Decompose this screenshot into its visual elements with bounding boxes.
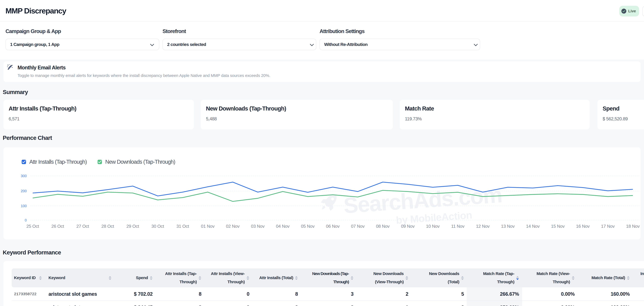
svg-text:11 Nov: 11 Nov [451, 224, 464, 229]
svg-text:25 Oct: 25 Oct [26, 224, 39, 229]
svg-text:07 Nov: 07 Nov [351, 224, 364, 229]
svg-text:12 Nov: 12 Nov [476, 224, 490, 229]
svg-text:200: 200 [21, 189, 27, 193]
svg-text:03 Nov: 03 Nov [251, 224, 264, 229]
svg-text:18 Nov: 18 Nov [626, 224, 640, 229]
svg-text:30 Oct: 30 Oct [152, 224, 164, 229]
svg-text:31 Oct: 31 Oct [176, 224, 189, 229]
svg-text:16 Nov: 16 Nov [576, 224, 590, 229]
svg-text:13 Nov: 13 Nov [501, 224, 515, 229]
svg-text:01 Nov: 01 Nov [201, 224, 214, 229]
svg-text:0: 0 [25, 218, 27, 222]
svg-text:300: 300 [21, 174, 27, 178]
svg-text:10 Nov: 10 Nov [426, 224, 440, 229]
svg-text:28 Oct: 28 Oct [102, 224, 114, 229]
svg-text:08 Nov: 08 Nov [376, 224, 390, 229]
svg-text:14 Nov: 14 Nov [526, 224, 540, 229]
svg-text:26 Oct: 26 Oct [52, 224, 64, 229]
svg-text:29 Oct: 29 Oct [126, 224, 139, 229]
svg-text:09 Nov: 09 Nov [401, 224, 415, 229]
svg-text:04 Nov: 04 Nov [276, 224, 290, 229]
svg-text:100: 100 [21, 204, 27, 208]
svg-text:02 Nov: 02 Nov [226, 224, 240, 229]
svg-text:17 Nov: 17 Nov [601, 224, 615, 229]
svg-text:27 Oct: 27 Oct [76, 224, 89, 229]
svg-text:06 Nov: 06 Nov [326, 224, 340, 229]
svg-text:05 Nov: 05 Nov [301, 224, 314, 229]
svg-text:15 Nov: 15 Nov [551, 224, 565, 229]
